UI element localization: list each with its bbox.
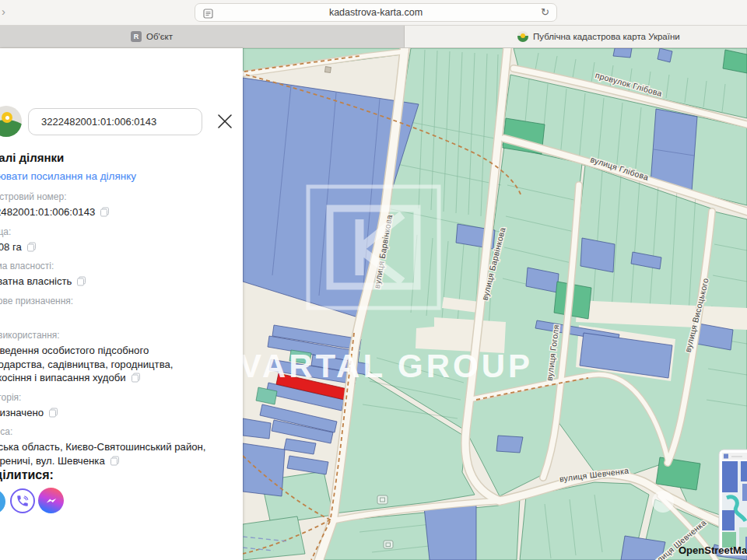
copy-value-icon[interactable]: [22, 241, 37, 253]
parcel-field: Цільове призначення:: [0, 296, 212, 324]
field-label: Цільове призначення:: [0, 296, 212, 307]
field-value: 0.1508 га: [0, 240, 212, 254]
close-panel-button[interactable]: [216, 113, 234, 131]
minimap-overlay[interactable]: [719, 450, 747, 555]
copy-value-icon[interactable]: [72, 275, 86, 287]
field-label: Категорія:: [0, 392, 212, 404]
reload-icon[interactable]: ↻: [541, 6, 549, 18]
parcel-field: Адреса:Київська область, Києво-Святошинс…: [0, 426, 212, 467]
parcel-fields: Кадастровий номер:3222482001:01:006:0143…: [0, 191, 212, 474]
copy-value-icon[interactable]: [126, 372, 141, 383]
share-title: Поділитися:: [0, 468, 54, 482]
field-value: Київська область, Києво-Святошинський ра…: [0, 440, 212, 467]
road-node-marker: [324, 67, 331, 73]
field-label: Вид використання:: [0, 330, 212, 341]
copy-parcel-link[interactable]: Копіювати посилання на ділянку: [0, 170, 136, 182]
parcel-field: Категорія:Не визначено: [0, 392, 212, 420]
telegram-icon[interactable]: [0, 489, 5, 514]
field-value: Для ведення особистого підсобного господ…: [0, 344, 212, 385]
field-label: Адреса:: [0, 426, 212, 438]
copy-value-icon[interactable]: [95, 206, 110, 218]
parcel-field: Площа:0.1508 га: [0, 226, 212, 254]
page-settings-icon[interactable]: [203, 8, 213, 18]
panel-title: Деталі ділянки: [0, 151, 64, 164]
address-bar[interactable]: kadastrova-karta.com ↻: [195, 3, 557, 22]
field-label: Форма власності:: [0, 261, 212, 272]
logo-hill: [0, 120, 22, 137]
field-value: [0, 310, 212, 324]
field-label: Площа:: [0, 226, 212, 238]
browser-window: › kadastrova-karta.com ↻ R Об'єкт Публіч…: [0, 0, 747, 560]
tab-favicon-map: [517, 31, 528, 42]
watermark-text: VARTAL GROUP: [243, 348, 533, 384]
url-text: kadastrova-karta.com: [329, 7, 423, 18]
tab-object[interactable]: R Об'єкт: [0, 26, 405, 47]
tab-bar: R Об'єкт Публічна кадастрова карта Украї…: [0, 26, 747, 48]
tab-favicon-r: R: [131, 31, 142, 42]
parcel-field: Форма власності:Приватна власність: [0, 261, 212, 289]
tab-cadastral-map[interactable]: Публічна кадастрова карта України: [405, 26, 747, 47]
location-halo: [652, 491, 674, 513]
logo-pin-icon: [2, 112, 12, 123]
page-content: провулок Глібовавулиця Глібовавулиця Бар…: [0, 48, 747, 560]
copy-value-icon[interactable]: [44, 407, 58, 418]
tab-label: Об'єкт: [146, 32, 173, 41]
forward-nav-icon[interactable]: ›: [2, 5, 5, 18]
site-logo: [0, 106, 22, 137]
browser-toolbar: › kadastrova-karta.com ↻: [0, 0, 747, 26]
tab-label: Публічна кадастрова карта України: [533, 32, 680, 41]
cadastral-number-search-input[interactable]: [28, 108, 202, 135]
field-value: Не визначено: [0, 406, 212, 420]
field-value: Приватна власність: [0, 275, 212, 289]
copy-value-icon[interactable]: [105, 455, 120, 467]
osm-attribution: OpenStreetMap: [679, 544, 747, 556]
field-value: 3222482001:01:006:0143: [0, 205, 212, 219]
viber-icon[interactable]: [10, 488, 35, 513]
cadastral-map[interactable]: провулок Глібовавулиця Глібовавулиця Бар…: [243, 48, 747, 560]
parcel-field: Вид використання:Для ведення особистого …: [0, 330, 212, 385]
parcel-details-panel: Деталі ділянки Копіювати посилання на ді…: [0, 48, 243, 560]
messenger-icon[interactable]: [38, 488, 64, 513]
field-label: Кадастровий номер:: [0, 191, 212, 203]
parcel-field: Кадастровий номер:3222482001:01:006:0143: [0, 191, 212, 219]
